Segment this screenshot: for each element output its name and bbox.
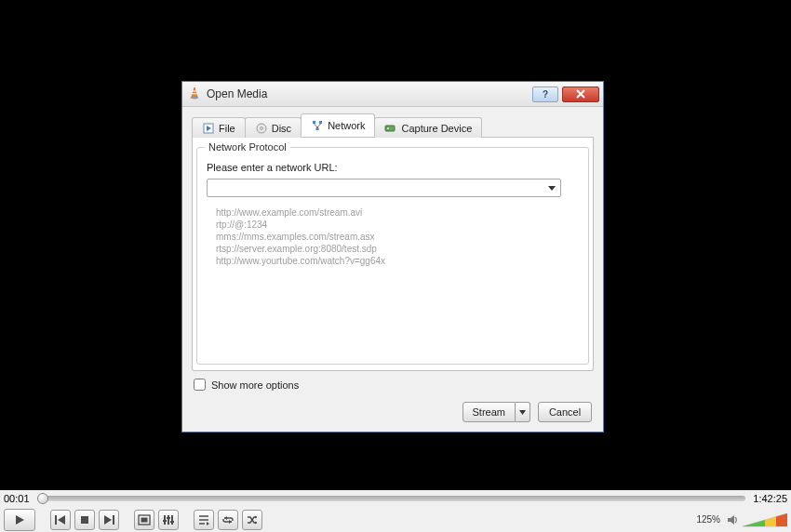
tab-label: File [219, 123, 235, 134]
svg-marker-18 [519, 410, 526, 415]
example-line: http://www.yourtube.com/watch?v=gg64x [216, 255, 581, 267]
next-button[interactable] [99, 510, 119, 530]
elapsed-time: 00:01 [4, 493, 30, 504]
tab-label: Capture Device [401, 123, 472, 134]
svg-marker-38 [229, 520, 232, 524]
file-icon [202, 122, 215, 135]
svg-line-13 [315, 124, 318, 127]
url-dropdown-button[interactable] [544, 180, 559, 195]
dialog-titlebar[interactable]: Open Media ? [182, 82, 603, 107]
svg-marker-23 [104, 515, 112, 525]
close-button[interactable] [562, 86, 599, 102]
stream-button[interactable]: Stream [463, 402, 516, 422]
vlc-icon [188, 86, 201, 101]
seek-slider[interactable] [37, 496, 746, 501]
svg-marker-39 [255, 515, 257, 518]
tab-file[interactable]: File [192, 117, 246, 138]
svg-rect-30 [163, 520, 167, 522]
url-examples: http://www.example.com/stream.avi rtp://… [216, 206, 581, 267]
speaker-icon[interactable] [726, 513, 739, 526]
svg-rect-2 [192, 93, 196, 94]
network-url-input[interactable] [207, 179, 561, 197]
dialog-title: Open Media [207, 87, 529, 100]
play-button[interactable] [4, 509, 35, 531]
svg-rect-10 [313, 121, 315, 124]
ext-settings-button[interactable] [158, 510, 179, 530]
svg-rect-11 [319, 121, 322, 124]
playlist-button[interactable] [194, 510, 214, 530]
svg-rect-12 [316, 127, 319, 130]
svg-line-14 [317, 124, 321, 127]
tab-disc[interactable]: Disc [245, 117, 302, 138]
help-button[interactable]: ? [532, 86, 558, 102]
tab-network[interactable]: Network [301, 113, 375, 137]
svg-marker-36 [207, 522, 209, 525]
svg-marker-17 [548, 186, 556, 191]
svg-marker-0 [192, 87, 197, 97]
svg-point-3 [191, 97, 198, 100]
svg-rect-20 [55, 515, 57, 525]
show-more-options-checkbox[interactable] [194, 379, 206, 391]
show-more-options-label: Show more options [211, 379, 299, 391]
svg-rect-28 [168, 515, 169, 525]
svg-point-16 [387, 126, 390, 129]
example-line: rtp://@:1234 [216, 219, 581, 231]
capture-icon [384, 122, 397, 135]
stop-button[interactable] [74, 510, 95, 530]
stream-dropdown-button[interactable] [516, 402, 530, 422]
svg-rect-32 [170, 521, 174, 523]
example-line: http://www.example.com/stream.avi [216, 206, 581, 219]
dialog-tabstrip: File Disc [192, 114, 594, 138]
svg-marker-45 [776, 513, 787, 526]
url-prompt-label: Please enter a network URL: [207, 162, 581, 173]
zoom-percent: 125% [696, 514, 720, 525]
network-icon [311, 119, 324, 132]
previous-button[interactable] [50, 510, 71, 530]
svg-rect-24 [113, 515, 114, 525]
svg-point-9 [260, 126, 262, 129]
tab-label: Disc [272, 123, 291, 134]
svg-rect-26 [141, 517, 148, 522]
svg-marker-19 [16, 515, 24, 525]
volume-slider[interactable] [743, 512, 787, 528]
svg-rect-22 [81, 516, 88, 524]
example-line: mms://mms.examples.com/stream.asx [216, 231, 581, 243]
total-time: 1:42:25 [753, 493, 787, 504]
player-controls: 00:01 1:42:25 [0, 490, 791, 532]
svg-rect-1 [193, 91, 196, 92]
tab-label: Network [328, 120, 365, 131]
network-protocol-group: Network Protocol Please enter a network … [196, 141, 589, 365]
svg-marker-37 [224, 516, 227, 520]
loop-button[interactable] [218, 510, 238, 530]
cancel-button[interactable]: Cancel [538, 402, 592, 422]
svg-rect-29 [171, 515, 173, 525]
seek-knob[interactable] [37, 493, 48, 504]
tab-capture-device[interactable]: Capture Device [374, 117, 482, 138]
disc-icon [255, 122, 268, 135]
network-protocol-legend: Network Protocol [205, 141, 290, 153]
svg-rect-31 [167, 517, 170, 519]
svg-marker-41 [728, 515, 734, 525]
tab-page-network: Network Protocol Please enter a network … [192, 137, 594, 371]
fullscreen-button[interactable] [134, 510, 154, 530]
svg-marker-21 [58, 515, 65, 525]
example-line: rtsp://server.example.org:8080/test.sdp [216, 243, 581, 255]
shuffle-button[interactable] [242, 510, 262, 530]
svg-marker-40 [255, 521, 257, 524]
open-media-dialog: Open Media ? File [181, 81, 604, 432]
